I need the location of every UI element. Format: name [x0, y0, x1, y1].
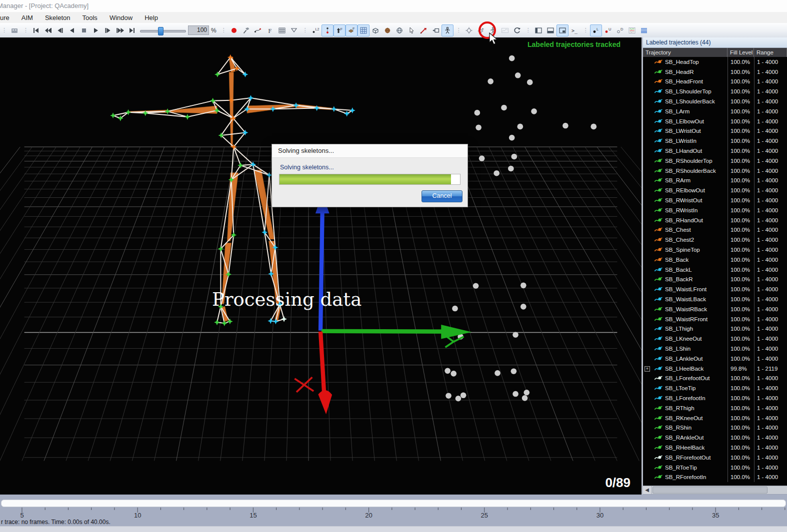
trajectory-row[interactable]: SB_RWristOut100.0%1 - 4000: [643, 195, 787, 205]
trajectory-row[interactable]: SB_LThigh100.0%1 - 4000: [643, 324, 787, 334]
trajectory-row[interactable]: SB_LShin100.0%1 - 4000: [643, 344, 787, 354]
trajectory-row[interactable]: SB_LToeTip100.0%1 - 4000: [643, 383, 787, 393]
play-reverse-icon[interactable]: [66, 24, 78, 36]
trajectory-row[interactable]: SB_LForefootIn100.0%1 - 4000: [643, 393, 787, 403]
dot-l-icon[interactable]: L: [590, 24, 602, 36]
l2-marker-icon[interactable]: L2: [310, 24, 322, 36]
menu-aim[interactable]: AIM: [16, 14, 39, 21]
trajectory-row[interactable]: SB_RToeTip100.0%1 - 4000: [643, 463, 787, 473]
timeline-ruler[interactable]: [0, 507, 787, 514]
timeline-scrub-bar[interactable]: [1, 500, 786, 507]
red-arrow-icon[interactable]: [418, 24, 430, 36]
trajectory-row[interactable]: SB_WaistRBack100.0%1 - 4000: [643, 304, 787, 314]
column-range[interactable]: Range: [754, 48, 787, 57]
trajectory-row[interactable]: SB_RForefootOut100.0%1 - 4000: [643, 453, 787, 463]
step-first-icon[interactable]: [30, 24, 42, 36]
lines-icon[interactable]: [638, 24, 650, 36]
dot-u-icon[interactable]: U: [602, 24, 614, 36]
trajectory-row[interactable]: SB_RWristIn100.0%1 - 4000: [643, 205, 787, 215]
trajectory-row[interactable]: SB_LShoulderTop100.0%1 - 4000: [643, 86, 787, 96]
zoom-slider[interactable]: [140, 26, 186, 35]
waveform-icon[interactable]: [499, 24, 511, 36]
scroll-left-arrow[interactable]: ◀: [643, 486, 652, 494]
menu-window[interactable]: Window: [104, 14, 138, 21]
skeleton-icon[interactable]: [442, 24, 454, 36]
cube-3d-icon[interactable]: [370, 24, 382, 36]
grid-icon[interactable]: [358, 24, 370, 36]
trajectory-row[interactable]: SB_LWristOut100.0%1 - 4000: [643, 126, 787, 136]
trajectory-row[interactable]: SB_HeadFront100.0%1 - 4000: [643, 77, 787, 87]
trajectory-row[interactable]: SB_SpineTop100.0%1 - 4000: [643, 245, 787, 255]
window-bottom-icon[interactable]: [544, 24, 556, 36]
tool-icon[interactable]: [240, 24, 252, 36]
camera-view-icon[interactable]: [430, 24, 442, 36]
marker-up-f-icon[interactable]: F: [334, 24, 346, 36]
trajectory-row[interactable]: SB_RForefootIn100.0%1 - 4000: [643, 472, 787, 482]
trajectory-row[interactable]: SB_Chest2100.0%1 - 4000: [643, 235, 787, 245]
viewport-3d[interactable]: Labeled trajectories tracked Processing …: [0, 37, 642, 495]
report-icon[interactable]: [626, 24, 638, 36]
crosshair-icon[interactable]: [463, 24, 475, 36]
globe-icon[interactable]: [394, 24, 406, 36]
film-icon[interactable]: [8, 24, 20, 36]
trajectory-row[interactable]: SB_RHandOut100.0%1 - 4000: [643, 215, 787, 225]
trajectory-row[interactable]: SB_BackL100.0%1 - 4000: [643, 265, 787, 275]
window-left-icon[interactable]: [532, 24, 544, 36]
scrollbar-thumb[interactable]: [652, 487, 768, 494]
trajectory-row[interactable]: SB_LWristIn100.0%1 - 4000: [643, 136, 787, 146]
trajectory-row[interactable]: SB_RHeelBack100.0%1 - 4000: [643, 443, 787, 453]
window-right-icon[interactable]: [556, 24, 568, 36]
cursor-select-icon[interactable]: [406, 24, 418, 36]
trajectory-row[interactable]: SB_RElbowOut100.0%1 - 4000: [643, 185, 787, 195]
trajectory-row[interactable]: SB_Chest100.0%1 - 4000: [643, 225, 787, 235]
trajectory-row[interactable]: SB_LKneeOut100.0%1 - 4000: [643, 334, 787, 344]
trajectory-row[interactable]: SB_RKneeOut100.0%1 - 4000: [643, 413, 787, 423]
horizontal-scrollbar[interactable]: ◀: [643, 486, 787, 494]
trajectory-row[interactable]: SB_HeadR100.0%1 - 4000: [643, 67, 787, 77]
trajectory-icon[interactable]: [252, 24, 264, 36]
terminal-icon[interactable]: >_: [568, 24, 580, 36]
zoom-value-box[interactable]: 100: [188, 25, 209, 35]
trajectory-row[interactable]: SB_LShoulderBack100.0%1 - 4000: [643, 96, 787, 106]
menu-tools[interactable]: Tools: [76, 14, 104, 21]
table-icon[interactable]: [276, 24, 288, 36]
trajectory-row[interactable]: SB_RThigh100.0%1 - 4000: [643, 403, 787, 413]
trajectory-row[interactable]: SB_LHandOut100.0%1 - 4000: [643, 146, 787, 156]
trajectory-row[interactable]: SB_RShoulderBack100.0%1 - 4000: [643, 166, 787, 176]
trajectory-row[interactable]: SB_HeadTop100.0%1 - 4000: [643, 57, 787, 67]
trajectory-row[interactable]: SB_WaistLFront100.0%1 - 4000: [643, 284, 787, 294]
cancel-button[interactable]: Cancel: [422, 190, 462, 202]
trajectory-row[interactable]: SB_LAnkleOut100.0%1 - 4000: [643, 354, 787, 364]
menu-skeleton[interactable]: Skeleton: [39, 14, 76, 21]
trajectory-row[interactable]: SB_LForefootOut100.0%1 - 4000: [643, 374, 787, 384]
trajectory-row[interactable]: SB_RAnkleOut100.0%1 - 4000: [643, 433, 787, 443]
trajectory-row[interactable]: SB_WaistRFront100.0%1 - 4000: [643, 314, 787, 324]
dot-d-icon[interactable]: D: [614, 24, 626, 36]
trajectory-row[interactable]: +SB_LHeelBack99.8%1 - 2119: [643, 364, 787, 374]
stop-icon[interactable]: [78, 24, 90, 36]
play-icon[interactable]: [90, 24, 102, 36]
refresh-icon[interactable]: [511, 24, 523, 36]
marker-diamond-f-icon[interactable]: F: [346, 24, 358, 36]
trajectory-row[interactable]: SB_WaistLBack100.0%1 - 4000: [643, 294, 787, 304]
trajectory-row[interactable]: SB_RShin100.0%1 - 4000: [643, 423, 787, 433]
menu-help[interactable]: Help: [138, 14, 164, 21]
trajectory-row[interactable]: SB_LArm100.0%1 - 4000: [643, 106, 787, 116]
funnel-icon[interactable]: [288, 24, 300, 36]
fast-forward-icon[interactable]: [114, 24, 126, 36]
trajectory-row[interactable]: SB_RShoulderTop100.0%1 - 4000: [643, 156, 787, 166]
trajectory-row[interactable]: SB_BackR100.0%1 - 4000: [643, 275, 787, 285]
trajectory-row[interactable]: SB_Back100.0%1 - 4000: [643, 255, 787, 265]
record-icon[interactable]: [228, 24, 240, 36]
column-fill-level[interactable]: Fill Level: [728, 48, 754, 57]
step-last-icon[interactable]: [126, 24, 138, 36]
trajectory-row[interactable]: SB_LElbowOut100.0%1 - 4000: [643, 116, 787, 126]
rewind-icon[interactable]: [42, 24, 54, 36]
column-trajectory[interactable]: Trajectory: [643, 48, 728, 57]
menu-ure[interactable]: ure: [0, 14, 16, 21]
expand-icon[interactable]: +: [644, 366, 650, 372]
sphere-icon[interactable]: [382, 24, 394, 36]
letter-f-icon[interactable]: F: [264, 24, 276, 36]
trajectory-row[interactable]: SB_RArm100.0%1 - 4000: [643, 176, 787, 186]
step-forward-icon[interactable]: [102, 24, 114, 36]
